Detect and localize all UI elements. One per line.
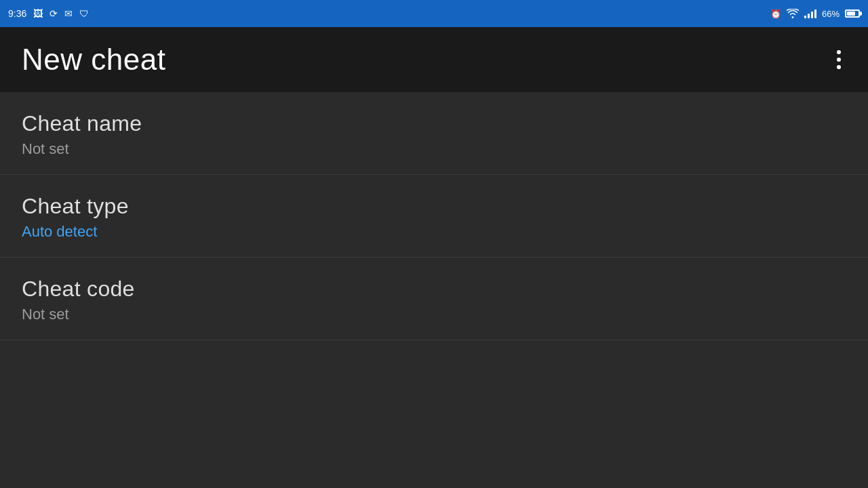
content-area: Cheat name Not set Cheat type Auto detec… bbox=[0, 92, 868, 340]
page-title: New cheat bbox=[22, 43, 165, 77]
cheat-type-item[interactable]: Cheat type Auto detect bbox=[0, 175, 868, 258]
dot-3 bbox=[837, 65, 841, 69]
cheat-type-value: Auto detect bbox=[22, 223, 846, 241]
dot-1 bbox=[837, 50, 841, 54]
cheat-name-value: Not set bbox=[22, 140, 846, 158]
cheat-name-label: Cheat name bbox=[22, 111, 846, 136]
status-bar-left: 9:36 🖼 ⟳ ✉ 🛡 bbox=[8, 8, 89, 19]
alarm-icon: ⏰ bbox=[770, 9, 781, 19]
cheat-code-label: Cheat code bbox=[22, 277, 846, 302]
more-options-button[interactable] bbox=[831, 45, 846, 75]
shield-icon: 🛡 bbox=[79, 8, 89, 19]
cheat-code-value: Not set bbox=[22, 306, 846, 323]
wifi-icon bbox=[787, 9, 799, 18]
app-bar: New cheat bbox=[0, 27, 868, 92]
message-icon: ✉ bbox=[64, 8, 73, 19]
status-bar-right: ⏰ 66% bbox=[770, 9, 860, 19]
cheat-name-item[interactable]: Cheat name Not set bbox=[0, 92, 868, 175]
status-bar: 9:36 🖼 ⟳ ✉ 🛡 ⏰ 66% bbox=[0, 0, 868, 27]
cheat-code-item[interactable]: Cheat code Not set bbox=[0, 258, 868, 340]
time-display: 9:36 bbox=[8, 8, 26, 19]
battery-icon bbox=[845, 9, 860, 18]
signal-icon bbox=[804, 9, 816, 18]
battery-percent: 66% bbox=[822, 9, 840, 19]
cheat-type-label: Cheat type bbox=[22, 194, 846, 219]
image-icon: 🖼 bbox=[33, 8, 43, 19]
sync-icon: ⟳ bbox=[50, 8, 58, 19]
dot-2 bbox=[837, 58, 841, 62]
